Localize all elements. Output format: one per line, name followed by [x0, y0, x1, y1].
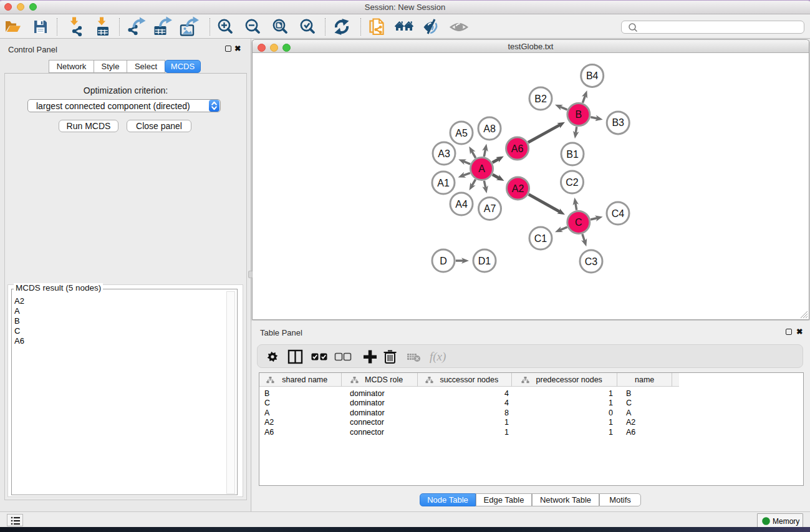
svg-text:C4: C4 — [612, 208, 625, 219]
svg-text:B2: B2 — [534, 94, 547, 104]
svg-text:B4: B4 — [586, 70, 599, 81]
svg-text:f(x): f(x) — [430, 350, 446, 364]
svg-text:C1: C1 — [534, 233, 547, 244]
svg-text:C2: C2 — [566, 177, 579, 188]
svg-text:D1: D1 — [478, 256, 491, 266]
svg-text:B: B — [576, 109, 582, 120]
svg-text:C3: C3 — [585, 256, 598, 267]
svg-text:A6: A6 — [511, 143, 524, 154]
svg-text:A7: A7 — [484, 203, 496, 214]
svg-text:A2: A2 — [512, 183, 524, 194]
svg-text:A1: A1 — [437, 178, 450, 188]
svg-text:B3: B3 — [612, 117, 624, 128]
svg-text:A4: A4 — [455, 199, 468, 210]
svg-text:B1: B1 — [566, 149, 579, 160]
svg-text:A: A — [478, 163, 485, 174]
svg-text:A5: A5 — [455, 128, 468, 138]
svg-text:C: C — [575, 217, 582, 228]
svg-text:A3: A3 — [438, 148, 450, 159]
svg-text:D: D — [440, 256, 447, 266]
svg-text:A8: A8 — [483, 123, 496, 134]
